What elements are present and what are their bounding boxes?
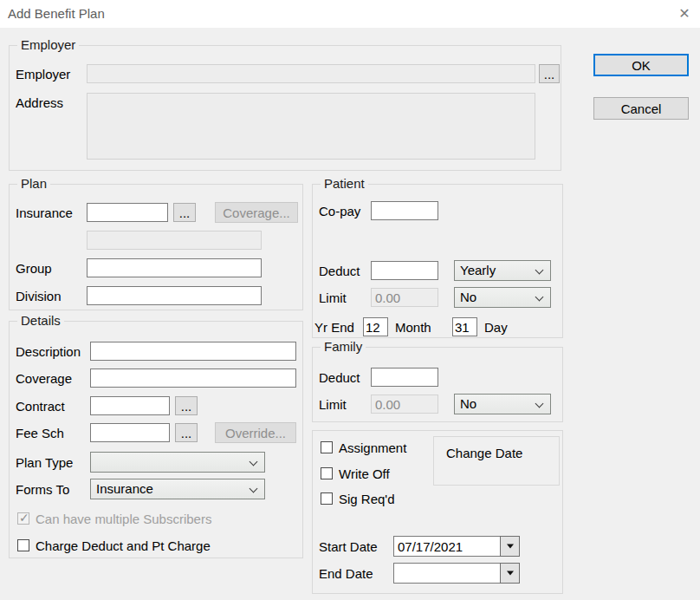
coverage-label: Coverage (16, 371, 72, 386)
override-button: Override... (215, 422, 296, 443)
patient-limit-input (371, 288, 438, 307)
start-date-dropdown-button[interactable] (500, 536, 520, 557)
write-off-label: Write Off (339, 466, 390, 481)
window-title: Add Benefit Plan (8, 6, 105, 21)
patient-deduct-label: Deduct (319, 264, 360, 278)
description-input[interactable] (90, 342, 296, 361)
address-label: Address (16, 95, 63, 110)
multiple-subscribers-label: Can have multiple Subscribers (36, 512, 211, 526)
family-deduct-input[interactable] (371, 368, 438, 387)
assignment-label: Assignment (339, 440, 406, 455)
contract-label: Contract (16, 399, 65, 414)
feesch-label: Fee Sch (16, 426, 64, 440)
family-limit-input (371, 395, 438, 414)
copay-label: Co-pay (319, 204, 360, 218)
family-limit-option-value: No (460, 396, 476, 411)
cancel-button[interactable]: Cancel (593, 97, 689, 120)
employer-group-label: Employer (17, 37, 79, 52)
caret-down-icon (507, 544, 514, 551)
details-group-label: Details (17, 313, 64, 328)
caret-down-icon (507, 571, 514, 578)
month-label: Month (395, 320, 431, 335)
family-limit-label: Limit (319, 397, 347, 412)
start-date-input[interactable] (393, 536, 501, 557)
chevron-down-icon (535, 400, 544, 408)
charge-deduct-checkbox[interactable] (17, 539, 29, 551)
plan-group-label: Plan (17, 176, 50, 191)
division-label: Division (16, 289, 62, 303)
chevron-down-icon (535, 266, 544, 275)
coverage-input[interactable] (90, 368, 296, 388)
insurance-label: Insurance (16, 205, 73, 220)
description-label: Description (16, 344, 81, 359)
end-date-dropdown-button[interactable] (500, 563, 520, 584)
multiple-subscribers-checkbox (17, 512, 29, 525)
start-date-label: Start Date (319, 539, 378, 554)
group-label: Group (16, 261, 52, 276)
patient-deduct-input[interactable] (371, 261, 438, 280)
plan-type-label: Plan Type (16, 455, 73, 470)
group-input[interactable] (87, 258, 262, 277)
write-off-checkbox[interactable] (321, 467, 333, 479)
chevron-down-icon (250, 458, 258, 466)
insurance-carrier-display (87, 231, 262, 250)
sig-reqd-checkbox[interactable] (321, 492, 333, 505)
close-icon[interactable]: ✕ (674, 4, 695, 23)
chevron-down-icon (250, 485, 258, 493)
feesch-input[interactable] (90, 423, 170, 442)
charge-deduct-label: Charge Deduct and Pt Charge (36, 538, 211, 553)
yrend-label: Yr End (314, 320, 354, 335)
patient-limit-label: Limit (319, 290, 347, 305)
end-date-label: End Date (319, 566, 373, 581)
family-limit-select[interactable]: No (454, 394, 551, 414)
division-input[interactable] (87, 286, 262, 305)
yrend-day-input[interactable] (452, 317, 477, 336)
ok-button[interactable]: OK (593, 54, 689, 76)
forms-to-value: Insurance (96, 481, 153, 496)
plan-type-select[interactable] (90, 452, 265, 473)
change-date-box: Change Date (433, 436, 560, 486)
feesch-browse-button[interactable]: ... (175, 423, 198, 442)
copay-input[interactable] (371, 201, 438, 220)
employer-label: Employer (16, 67, 70, 82)
patient-limit-select[interactable]: No (454, 287, 551, 308)
contract-input[interactable] (90, 396, 170, 415)
employer-browse-button[interactable]: ... (539, 64, 560, 83)
patient-limit-option-value: No (460, 290, 476, 304)
employer-input (87, 64, 535, 83)
yrend-month-input[interactable] (363, 317, 388, 336)
family-group-label: Family (321, 339, 366, 354)
forms-to-select[interactable]: Insurance (90, 479, 265, 499)
end-date-input[interactable] (393, 563, 501, 584)
change-date-label: Change Date (446, 446, 522, 460)
insurance-input[interactable] (87, 203, 168, 222)
contract-browse-button[interactable]: ... (175, 396, 198, 415)
sig-reqd-label: Sig Req'd (339, 492, 395, 506)
patient-deduct-period-select[interactable]: Yearly (454, 260, 551, 281)
patient-group-label: Patient (321, 176, 368, 191)
window-titlebar: Add Benefit Plan ✕ (0, 0, 700, 28)
day-label: Day (484, 320, 508, 335)
assignment-checkbox[interactable] (321, 441, 333, 453)
address-textarea (87, 93, 535, 160)
family-deduct-label: Deduct (319, 370, 360, 385)
patient-deduct-period-value: Yearly (460, 263, 496, 277)
insurance-browse-button[interactable]: ... (173, 203, 196, 222)
chevron-down-icon (535, 293, 544, 302)
forms-to-label: Forms To (16, 482, 69, 497)
coverage-button: Coverage... (215, 202, 298, 223)
